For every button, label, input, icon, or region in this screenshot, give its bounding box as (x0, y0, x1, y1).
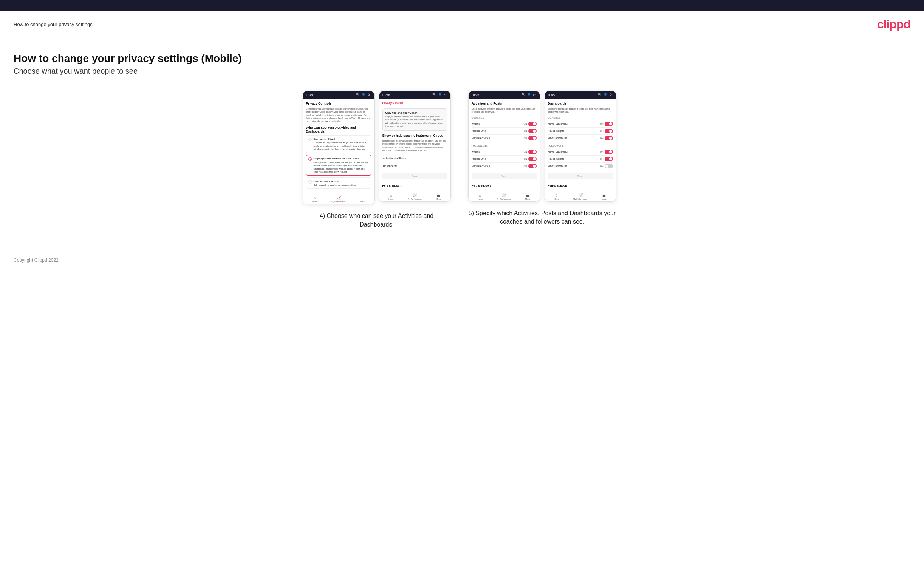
followers-label-4: FOLLOWERS (548, 145, 613, 147)
bottom-nav-performance-1[interactable]: 📈 My Performance (326, 194, 351, 204)
back-button-3[interactable]: ‹ Back (472, 93, 479, 96)
only-you-coach-box: Only You and Your Coach Only you and the… (383, 108, 447, 131)
back-button-2[interactable]: ‹ Back (383, 93, 390, 96)
coaches-manual-toggle[interactable] (528, 136, 536, 140)
settings-icon-1[interactable]: ⛭ (367, 93, 371, 97)
search-icon-4[interactable]: 🔍 (598, 93, 602, 97)
radio-option-everyone[interactable]: Everyone on Clippd Everyone on Clippd ca… (306, 135, 371, 153)
followers-rounds-toggle[interactable] (528, 150, 536, 154)
followers-what-to-work-toggle[interactable] (605, 164, 613, 168)
coaches-round-insights-toggle[interactable] (605, 129, 613, 133)
coaches-label-4: COACHES (548, 117, 613, 119)
search-icon-2[interactable]: 🔍 (432, 93, 436, 97)
save-btn-2[interactable]: Save (383, 173, 447, 179)
bottom-nav-menu-4[interactable]: ☰ Menu (592, 192, 616, 201)
profile-icon-4[interactable]: 👤 (604, 93, 607, 97)
followers-round-insights-toggle[interactable] (605, 157, 613, 161)
followers-player-dash-label: Player Dashboard (548, 150, 568, 153)
search-icon-3[interactable]: 🔍 (522, 93, 525, 97)
bottom-nav-home-1[interactable]: ⌂ Home (303, 194, 327, 204)
coaches-player-dash-on-label: ON (600, 123, 604, 125)
phone-screen-1: ‹ Back 🔍 👤 ⛭ Privacy Controls Control ho… (303, 90, 375, 204)
coaches-manual-row: Manual Activities ON (472, 135, 536, 142)
performance-icon-3: 📈 (502, 193, 506, 198)
coaches-what-to-work-label: What To Work On (548, 137, 567, 139)
profile-icon-1[interactable]: 👤 (362, 93, 365, 97)
followers-manual-toggle[interactable] (528, 164, 536, 168)
screenshot-pair-1: ‹ Back 🔍 👤 ⛭ Privacy Controls Control ho… (303, 90, 451, 204)
dashboards-row[interactable]: Dashboards › (383, 162, 447, 170)
radio-title-approved: Only Approved Followers and Your Coach (314, 157, 369, 161)
save-btn-4[interactable]: Save (548, 173, 613, 179)
back-button-4[interactable]: ‹ Back (548, 93, 556, 96)
screen3-body: Select the types of activity that you'd … (472, 107, 536, 114)
bottom-nav-3: ⌂ Home 📈 My Performance ☰ Menu (468, 191, 540, 201)
profile-icon-2[interactable]: 👤 (438, 93, 442, 97)
coaches-player-dash-row: Player Dashboard ON (548, 121, 613, 127)
back-button-1[interactable]: ‹ Back (306, 93, 314, 96)
screenshot-group-1: ‹ Back 🔍 👤 ⛭ Privacy Controls Control ho… (303, 90, 451, 229)
coaches-round-insights-on-label: ON (600, 130, 604, 132)
chevron-right-icon-2: › (446, 164, 447, 168)
coaches-rounds-on-label: ON (524, 123, 527, 125)
profile-icon-3[interactable]: 👤 (527, 93, 531, 97)
performance-label-4: My Performance (573, 198, 587, 200)
bottom-nav-home-3[interactable]: ⌂ Home (468, 192, 493, 201)
screenshot-pair-2: ‹ Back 🔍 👤 ⛭ Activities and Posts Select… (468, 90, 616, 201)
help-support-4: Help & Support (548, 182, 613, 188)
page-heading: How to change your privacy settings (Mob… (14, 53, 910, 64)
coaches-rounds-toggle[interactable] (528, 122, 536, 126)
home-label-2: Home (388, 198, 393, 200)
coaches-rounds-value: ON (524, 122, 536, 126)
search-icon-1[interactable]: 🔍 (356, 93, 360, 97)
bottom-nav-home-2[interactable]: ⌂ Home (380, 192, 403, 201)
radio-title-coach-only: Only You and Your Coach (314, 180, 356, 183)
nav-icons-1: 🔍 👤 ⛭ (356, 93, 371, 97)
screenshots-grid: ‹ Back 🔍 👤 ⛭ Privacy Controls Control ho… (14, 90, 910, 229)
dashboards-label: Dashboards (383, 164, 397, 167)
bottom-nav-home-4[interactable]: ⌂ Home (545, 192, 569, 201)
bottom-nav-menu-1[interactable]: ☰ Menu (351, 194, 374, 204)
followers-player-dash-toggle[interactable] (605, 150, 613, 154)
bottom-nav-menu-3[interactable]: ☰ Menu (516, 192, 540, 201)
bottom-nav-performance-3[interactable]: 📈 My Performance (492, 192, 516, 201)
coaches-drills-label: Practice Drills (472, 129, 487, 132)
settings-icon-4[interactable]: ⛭ (609, 93, 613, 97)
phone-content-4: Dashboards Select the dashboards that yo… (545, 98, 616, 191)
radio-option-approved[interactable]: Only Approved Followers and Your Coach O… (306, 155, 371, 176)
phone-nav-bar-1: ‹ Back 🔍 👤 ⛭ (303, 91, 374, 98)
coaches-player-dash-toggle[interactable] (605, 122, 613, 126)
followers-round-insights-value: ON (600, 157, 613, 161)
coaches-drills-toggle[interactable] (528, 129, 536, 133)
coaches-player-dash-value: ON (600, 122, 613, 126)
bottom-nav-performance-2[interactable]: 📈 My Performance (403, 192, 426, 201)
followers-drills-value: ON (524, 157, 536, 161)
privacy-controls-tab[interactable]: Privacy Controls (383, 102, 404, 105)
home-icon-2: ⌂ (390, 193, 392, 198)
bottom-nav-menu-2[interactable]: ☰ Menu (426, 192, 451, 201)
logo: clippd (877, 18, 910, 31)
coaches-manual-on-label: ON (524, 137, 527, 139)
bottom-nav-performance-4[interactable]: 📈 My Performance (569, 192, 592, 201)
settings-icon-3[interactable]: ⛭ (533, 93, 536, 97)
home-icon-4: ⌂ (556, 193, 558, 198)
screen4-body: Select the dashboards that you'd like to… (548, 107, 613, 114)
save-btn-3[interactable]: Save (472, 173, 536, 179)
phone-content-1: Privacy Controls Control how you and you… (303, 98, 374, 194)
show-hide-label: Show or hide specific features in Clippd (383, 134, 447, 137)
followers-drills-toggle[interactable] (528, 157, 536, 161)
menu-label-2: Menu (436, 198, 441, 200)
radio-option-coach-only[interactable]: Only You and Your Coach Only you and the… (306, 177, 371, 189)
home-icon-1: ⌂ (314, 196, 316, 200)
followers-label-3: FOLLOWERS (472, 145, 536, 147)
coaches-round-insights-row: Round Insights ON (548, 127, 613, 135)
header: How to change your privacy settings clip… (0, 11, 924, 37)
followers-what-to-work-row: What To Work On ON (548, 163, 613, 170)
activities-posts-row[interactable]: Activities and Posts › (383, 155, 447, 162)
phone-screen-2: ‹ Back 🔍 👤 ⛭ Privacy Controls Only You a… (379, 90, 451, 201)
coaches-what-to-work-toggle[interactable] (605, 136, 613, 140)
settings-icon-2[interactable]: ⛭ (444, 93, 447, 97)
coaches-drills-row: Practice Drills ON (472, 127, 536, 135)
followers-player-dash-on-label: ON (600, 151, 604, 153)
coaches-drills-value: ON (524, 129, 536, 133)
